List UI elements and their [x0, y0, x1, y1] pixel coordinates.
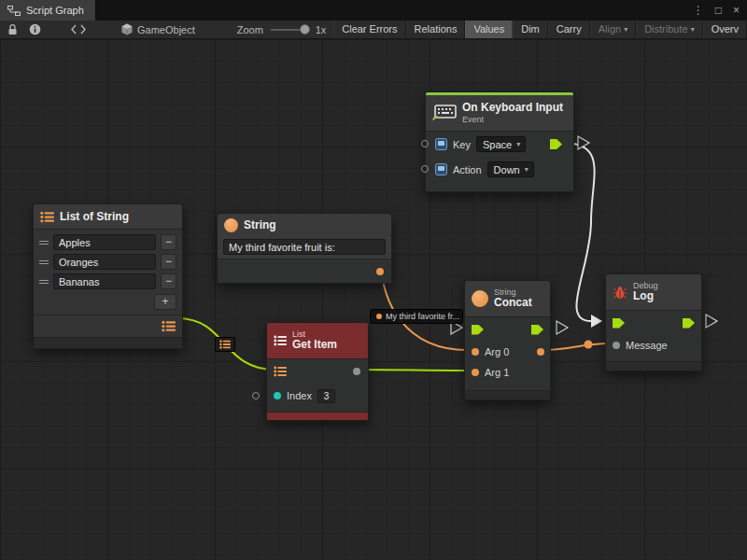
- remove-item-button[interactable]: −: [161, 273, 176, 289]
- button-label: Overv: [712, 21, 739, 38]
- flow-row: [606, 311, 701, 335]
- overview-button[interactable]: Overv: [703, 21, 747, 39]
- key-label: Key: [453, 139, 471, 150]
- flow-output-port[interactable]: [531, 325, 543, 335]
- node-log[interactable]: Debug Log Message: [605, 273, 702, 371]
- window-maximize-button[interactable]: □: [715, 4, 722, 17]
- index-input[interactable]: 3: [317, 389, 335, 403]
- lock-icon[interactable]: [7, 23, 18, 35]
- action-dropdown[interactable]: Down ▾: [487, 161, 534, 177]
- list-icon: [274, 335, 287, 346]
- zoom-slider-thumb[interactable]: [300, 24, 310, 35]
- zoom-value: 1x: [316, 24, 327, 35]
- button-label: Dim: [521, 21, 540, 38]
- node-subtitle: Event: [462, 115, 563, 124]
- node-string[interactable]: String My third favorite fruit is:: [217, 213, 392, 284]
- concat-header[interactable]: String Concat: [465, 281, 550, 316]
- string-value-input[interactable]: My third favorite fruit is:: [223, 239, 386, 255]
- drag-handle-icon[interactable]: [39, 280, 49, 284]
- arg1-label: Arg 1: [485, 367, 509, 378]
- string-output-port[interactable]: [537, 348, 544, 356]
- drag-handle-icon[interactable]: [39, 260, 49, 264]
- chevron-down-icon: ▾: [691, 21, 695, 38]
- key-dropdown-value: Space: [483, 139, 512, 150]
- graph-target[interactable]: GameObject: [121, 23, 195, 35]
- unity-script-graph-window: Script Graph ⋮ □ × GameObject Zoom: [0, 0, 747, 560]
- window-close-button[interactable]: ×: [733, 4, 740, 17]
- wire-value-tooltip: My third favorite fr...: [370, 309, 463, 324]
- flow-arrowhead-icon: [706, 315, 717, 328]
- keyboard-node-header[interactable]: On Keyboard Input Event: [426, 95, 573, 131]
- list-item-input[interactable]: Apples: [53, 234, 156, 250]
- arg1-input-port[interactable]: [472, 369, 479, 376]
- message-label: Message: [626, 340, 668, 351]
- list-of-string-header[interactable]: List of String: [34, 204, 182, 229]
- node-footer: [465, 390, 550, 399]
- zoom-slider[interactable]: [271, 21, 310, 39]
- node-list-of-string[interactable]: List of String Apples − Oranges − Banana…: [33, 203, 183, 349]
- log-header[interactable]: Debug Log: [606, 274, 701, 310]
- dim-button[interactable]: Dim: [513, 21, 548, 39]
- window-titlebar: Script Graph ⋮ □ ×: [0, 0, 747, 21]
- node-get-item[interactable]: List Get Item Index 3: [266, 322, 369, 421]
- unconnected-port-icon: [421, 165, 429, 173]
- list-item-input[interactable]: Oranges: [53, 254, 156, 270]
- node-concat[interactable]: String Concat Arg 0 Arg 1: [464, 280, 551, 400]
- chevron-down-icon: ▾: [624, 21, 627, 38]
- align-button[interactable]: Align▾: [590, 21, 636, 39]
- wire-value-dot: [585, 341, 593, 349]
- get-item-header[interactable]: List Get Item: [267, 323, 368, 358]
- key-row: Key Space ▾: [426, 132, 573, 157]
- action-dropdown-value: Down: [494, 164, 520, 175]
- relations-button[interactable]: Relations: [406, 21, 466, 39]
- arg0-label: Arg 0: [485, 346, 509, 357]
- message-input-port[interactable]: [613, 342, 620, 349]
- add-item-button[interactable]: +: [154, 294, 176, 310]
- wire-concat-to-log[interactable]: [543, 343, 610, 350]
- distribute-button[interactable]: Distribute▾: [636, 21, 702, 39]
- wire-type-badge: [215, 337, 235, 352]
- key-dropdown[interactable]: Space ▾: [476, 136, 526, 152]
- string-node-header[interactable]: String: [218, 214, 391, 236]
- list-item-row: Apples −: [34, 232, 182, 252]
- index-input-port[interactable]: [274, 392, 281, 399]
- string-output-row: [218, 259, 391, 283]
- list-output-port[interactable]: [162, 320, 176, 332]
- node-title: Log: [633, 290, 658, 303]
- string-output-port[interactable]: [376, 268, 384, 275]
- string-icon: [224, 218, 238, 232]
- node-title: Get Item: [292, 339, 337, 352]
- target-label: GameObject: [137, 24, 195, 35]
- flow-output-port[interactable]: [683, 318, 695, 329]
- node-title: Concat: [494, 297, 532, 310]
- flow-output-port[interactable]: [550, 139, 562, 149]
- drag-handle-icon[interactable]: [39, 241, 49, 245]
- message-row: Message: [606, 335, 701, 356]
- list-input-port[interactable]: [274, 366, 287, 377]
- list-item-input[interactable]: Bananas: [53, 273, 156, 289]
- flow-input-port[interactable]: [613, 318, 625, 329]
- carry-button[interactable]: Carry: [548, 21, 590, 39]
- script-graph-icon: [7, 6, 21, 16]
- values-button[interactable]: Values: [465, 21, 513, 39]
- wire-getitem-to-concat[interactable]: [356, 370, 467, 371]
- keycap-icon: [435, 138, 447, 150]
- button-label: Relations: [415, 21, 458, 38]
- tab-title: Script Graph: [26, 5, 84, 16]
- item-output-port[interactable]: [353, 368, 360, 375]
- flow-input-port[interactable]: [472, 325, 484, 335]
- info-icon[interactable]: [29, 23, 41, 35]
- remove-item-button[interactable]: −: [161, 234, 176, 250]
- window-menu-button[interactable]: ⋮: [693, 4, 704, 17]
- node-on-keyboard-input[interactable]: On Keyboard Input Event Key Space ▾: [425, 91, 574, 192]
- graph-canvas[interactable]: List of String Apples − Oranges − Banana…: [0, 39, 747, 560]
- bug-icon: [613, 286, 627, 300]
- clear-errors-button[interactable]: Clear Errors: [333, 21, 405, 39]
- tab-script-graph[interactable]: Script Graph: [0, 0, 96, 21]
- arg0-input-port[interactable]: [472, 348, 479, 356]
- remove-item-button[interactable]: −: [161, 254, 176, 270]
- wire-value-text: My third favorite fr...: [386, 312, 459, 321]
- gameobject-icon: [121, 23, 133, 35]
- edit-source-icon[interactable]: [71, 24, 86, 35]
- zoom-label: Zoom: [237, 24, 263, 35]
